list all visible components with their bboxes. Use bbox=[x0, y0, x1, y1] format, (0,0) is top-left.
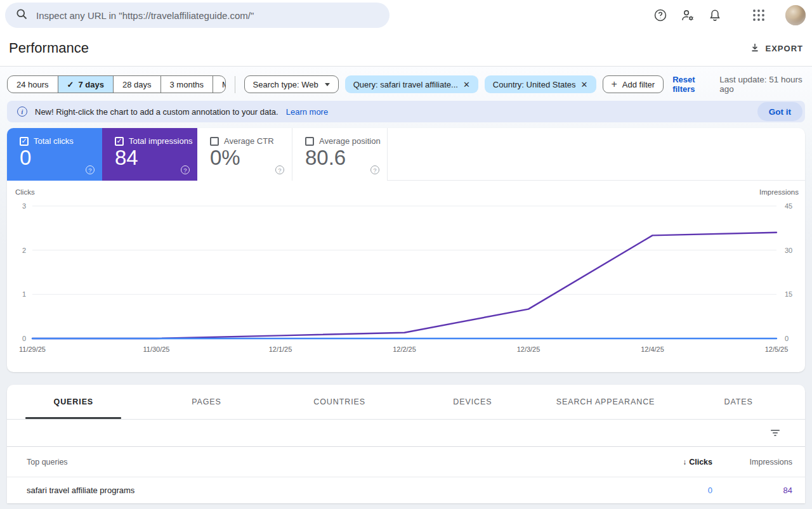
tab-pages[interactable]: PAGES bbox=[140, 385, 273, 419]
checkbox-unchecked-icon[interactable] bbox=[305, 137, 314, 146]
metric-value: 0 bbox=[20, 147, 92, 168]
performance-chart-panel: ✓ Total clicks 0 ? ✓ Total impressions 8… bbox=[7, 128, 805, 372]
close-icon[interactable]: ✕ bbox=[581, 80, 588, 89]
user-settings-icon[interactable] bbox=[679, 7, 696, 23]
tab-search-appearance[interactable]: SEARCH APPEARANCE bbox=[539, 385, 672, 419]
notifications-bell-icon[interactable] bbox=[707, 7, 723, 23]
banner-text: New! Right-click the chart to add a cust… bbox=[35, 107, 278, 117]
svg-text:0: 0 bbox=[22, 335, 26, 342]
metric-value: 0% bbox=[210, 147, 282, 168]
checkbox-checked-icon[interactable]: ✓ bbox=[20, 137, 29, 146]
metric-value: 80.6 bbox=[305, 147, 377, 168]
plus-icon: + bbox=[612, 79, 617, 89]
impressions-cell: 84 bbox=[712, 486, 792, 495]
range-28-days[interactable]: 28 days bbox=[114, 76, 161, 93]
metric-label: Average position bbox=[319, 136, 381, 146]
column-top-queries[interactable]: Top queries bbox=[27, 458, 630, 467]
performance-line-chart[interactable]: 34523011500ClicksImpressions11/29/2511/3… bbox=[7, 181, 805, 372]
dimensions-table-panel: QUERIES PAGES COUNTRIES DEVICES SEARCH A… bbox=[7, 385, 805, 503]
search-type-chip[interactable]: Search type: Web bbox=[244, 75, 339, 93]
svg-text:2: 2 bbox=[22, 247, 26, 254]
query-cell[interactable]: safari travel affiliate programs bbox=[27, 486, 630, 495]
country-filter-chip[interactable]: Country: United States ✕ bbox=[485, 75, 596, 93]
learn-more-link[interactable]: Learn more bbox=[286, 107, 328, 117]
annotation-banner: i New! Right-click the chart to add a cu… bbox=[7, 101, 805, 122]
chevron-down-icon bbox=[325, 83, 330, 86]
reset-filters-link[interactable]: Reset filters bbox=[672, 75, 713, 94]
table-row[interactable]: safari travel affiliate programs 0 84 bbox=[7, 477, 805, 503]
svg-text:11/30/25: 11/30/25 bbox=[143, 345, 169, 353]
info-icon: i bbox=[17, 106, 27, 117]
tab-devices[interactable]: DEVICES bbox=[406, 385, 539, 419]
help-icon[interactable]: ? bbox=[86, 165, 95, 174]
metric-label: Total clicks bbox=[34, 136, 74, 146]
average-ctr-card[interactable]: Average CTR 0% ? bbox=[197, 128, 292, 181]
last-update-text: Last update: 51 hours ago bbox=[719, 75, 805, 94]
help-icon[interactable]: ? bbox=[370, 165, 379, 174]
filter-list-icon[interactable] bbox=[767, 425, 783, 441]
metric-value: 84 bbox=[115, 147, 187, 168]
svg-text:Impressions: Impressions bbox=[759, 188, 799, 196]
google-apps-grid-icon[interactable] bbox=[750, 7, 767, 23]
svg-text:12/3/25: 12/3/25 bbox=[517, 345, 540, 353]
svg-text:12/4/25: 12/4/25 bbox=[641, 345, 664, 353]
range-24-hours[interactable]: 24 hours bbox=[8, 76, 58, 93]
tab-dates[interactable]: DATES bbox=[672, 385, 805, 419]
clicks-cell: 0 bbox=[630, 486, 712, 495]
svg-text:11/29/25: 11/29/25 bbox=[19, 345, 46, 353]
help-icon[interactable]: ? bbox=[275, 165, 284, 174]
url-inspection-search-input[interactable]: Inspect any URL in "https://travelaffili… bbox=[5, 3, 390, 28]
divider bbox=[235, 76, 235, 93]
svg-text:12/5/25: 12/5/25 bbox=[765, 345, 789, 353]
account-avatar[interactable] bbox=[785, 5, 806, 25]
range-3-months[interactable]: 3 months bbox=[161, 76, 213, 93]
column-impressions[interactable]: Impressions bbox=[712, 458, 792, 467]
page-title: Performance bbox=[9, 40, 89, 56]
download-icon bbox=[749, 42, 761, 55]
topbar-actions bbox=[652, 5, 807, 25]
search-icon bbox=[15, 8, 28, 23]
metric-cards: ✓ Total clicks 0 ? ✓ Total impressions 8… bbox=[7, 128, 805, 181]
export-button[interactable]: EXPORT bbox=[749, 42, 803, 55]
checkbox-unchecked-icon[interactable] bbox=[210, 137, 219, 146]
svg-text:12/1/25: 12/1/25 bbox=[269, 345, 292, 353]
svg-text:Clicks: Clicks bbox=[15, 188, 35, 196]
export-label: EXPORT bbox=[766, 44, 803, 53]
total-clicks-card[interactable]: ✓ Total clicks 0 ? bbox=[7, 128, 102, 181]
search-placeholder: Inspect any URL in "https://travelaffili… bbox=[36, 10, 254, 21]
table-header-row: Top queries ↓Clicks Impressions bbox=[7, 446, 805, 477]
metric-label: Average CTR bbox=[224, 136, 274, 146]
total-impressions-card[interactable]: ✓ Total impressions 84 ? bbox=[102, 128, 197, 181]
query-filter-chip[interactable]: Query: safari travel affiliate... ✕ bbox=[345, 75, 478, 93]
range-more-dropdown[interactable]: More bbox=[213, 76, 226, 93]
help-icon[interactable]: ? bbox=[181, 165, 190, 174]
checkbox-checked-icon[interactable]: ✓ bbox=[115, 137, 124, 146]
tab-queries[interactable]: QUERIES bbox=[7, 385, 140, 419]
metric-label: Total impressions bbox=[129, 136, 192, 146]
main-content: 24 hours ✓ 7 days 28 days 3 months More … bbox=[0, 67, 812, 509]
page-header: Performance EXPORT bbox=[0, 30, 812, 67]
filter-bar: 24 hours ✓ 7 days 28 days 3 months More … bbox=[7, 67, 805, 93]
date-range-segmented-control: 24 hours ✓ 7 days 28 days 3 months More bbox=[7, 75, 226, 93]
range-7-days[interactable]: ✓ 7 days bbox=[58, 76, 114, 93]
svg-text:3: 3 bbox=[22, 202, 26, 210]
add-filter-button[interactable]: + Add filter bbox=[603, 75, 664, 93]
got-it-button[interactable]: Got it bbox=[757, 102, 802, 121]
svg-text:15: 15 bbox=[785, 290, 792, 298]
active-tab-underline bbox=[25, 417, 121, 419]
checkmark-icon: ✓ bbox=[67, 80, 74, 89]
tab-countries[interactable]: COUNTRIES bbox=[273, 385, 406, 419]
column-clicks-sorted[interactable]: ↓Clicks bbox=[630, 458, 712, 467]
svg-text:30: 30 bbox=[785, 247, 792, 254]
help-icon[interactable] bbox=[652, 7, 669, 23]
average-position-card[interactable]: Average position 80.6 ? bbox=[292, 128, 388, 181]
svg-text:0: 0 bbox=[785, 335, 789, 342]
dimension-tabs: QUERIES PAGES COUNTRIES DEVICES SEARCH A… bbox=[7, 385, 805, 419]
svg-text:45: 45 bbox=[785, 202, 792, 210]
close-icon[interactable]: ✕ bbox=[463, 80, 470, 89]
table-toolbar bbox=[7, 419, 805, 446]
top-app-bar: Inspect any URL in "https://travelaffili… bbox=[0, 0, 812, 30]
sort-descending-icon: ↓ bbox=[683, 458, 686, 467]
svg-text:12/2/25: 12/2/25 bbox=[393, 345, 416, 353]
svg-text:1: 1 bbox=[22, 290, 26, 298]
